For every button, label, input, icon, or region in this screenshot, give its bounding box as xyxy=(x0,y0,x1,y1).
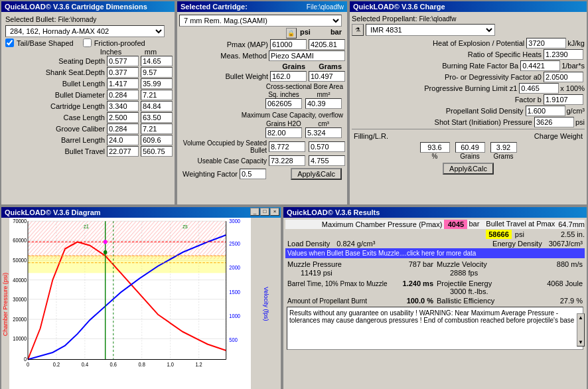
cartridge-field-inches-8[interactable] xyxy=(107,146,139,157)
pmax-bar-input[interactable] xyxy=(309,39,345,50)
cartridge-field-mm-2[interactable] xyxy=(141,78,173,89)
results-panel: QuickLOAD© V.3.6 Results Maximum Chamber… xyxy=(282,206,588,389)
cartridge-field-inches-6[interactable] xyxy=(107,123,139,134)
scrollbar-down[interactable]: ▼ xyxy=(578,339,583,345)
vol-occupied-label: Volume Occupied by Seated Bullet xyxy=(179,139,269,154)
bullet-file-label: File:\hornady xyxy=(58,16,96,23)
charge-grains-unit: Grains xyxy=(460,153,479,160)
proj-energy-val: 4068 Joule xyxy=(547,279,583,287)
close-button[interactable]: × xyxy=(270,208,279,216)
vol-val2[interactable] xyxy=(309,141,345,152)
cartridge-field-mm-3[interactable] xyxy=(141,90,173,100)
meas-method-label: Meas. Method xyxy=(179,52,269,60)
cartridge-field-inches-4[interactable] xyxy=(107,101,139,112)
cartridge-field-inches-2[interactable] xyxy=(107,78,139,89)
filling-lr-label: Filling/L.R. xyxy=(354,132,388,140)
svg-rect-16 xyxy=(28,221,226,259)
charge-field-input-2[interactable] xyxy=(520,60,560,71)
svg-text:50000: 50000 xyxy=(13,257,27,263)
cartridge-field-row: Seating Depth xyxy=(3,56,173,66)
diagram-panel: QuickLOAD© V.3.6 Diagram _ □ × Chamber P… xyxy=(0,206,282,389)
bullet-weight-grains[interactable] xyxy=(270,71,307,82)
svg-text:1500: 1500 xyxy=(229,289,240,295)
cartridge-field-mm-4[interactable] xyxy=(141,101,173,112)
cartridge-field-inches-5[interactable] xyxy=(107,112,139,123)
charge-grams-input[interactable] xyxy=(490,142,517,153)
cartridge-field-inches-3[interactable] xyxy=(107,90,139,100)
charge-field-input-0[interactable] xyxy=(526,38,566,48)
muzzle-pressure-psi: 11419 psi xyxy=(301,269,332,277)
proj-energy-label: Projectile Energy xyxy=(437,279,492,287)
cartridge-field-mm-8[interactable] xyxy=(141,146,173,157)
svg-rect-18 xyxy=(28,256,226,273)
friction-checkbox[interactable] xyxy=(83,39,92,47)
lock-icon[interactable]: 🔒 xyxy=(286,28,297,39)
svg-text:1.2: 1.2 xyxy=(195,362,202,368)
charge-field-label-1: Ratio of Specific Heats xyxy=(352,50,544,58)
useable-val2[interactable] xyxy=(309,155,345,166)
charge-field-input-7[interactable] xyxy=(534,117,574,127)
bullet-weight-grams[interactable] xyxy=(309,71,345,82)
filling-val-input[interactable] xyxy=(420,142,450,153)
bullet-dropdown[interactable]: 284, 162, Hornady A-MAX 402 xyxy=(5,25,165,37)
charge-field-input-4[interactable] xyxy=(519,83,559,94)
propellant-icon: ⚗ xyxy=(352,24,364,36)
charge-field-row: Pro- or Degressivity Factor a0 xyxy=(352,72,585,82)
cartridge-field-label: Case Length xyxy=(3,114,107,121)
charge-field-input-5[interactable] xyxy=(544,94,583,105)
tailbase-checkbox[interactable] xyxy=(5,39,14,47)
pmax-psi-input[interactable] xyxy=(270,39,307,50)
svg-text:20000: 20000 xyxy=(13,317,27,323)
propellant-dropdown[interactable]: IMR 4831 xyxy=(366,24,495,36)
bullet-travel-label: Bullet Travel at Pmax xyxy=(486,220,555,229)
charge-field-input-1[interactable] xyxy=(544,49,583,60)
cartridge-mid-title: Selected Cartridge: xyxy=(181,3,248,11)
ballistic-eff-label: Ballistic Efficiency xyxy=(437,297,494,305)
max-chamber-label: Maximum Chamber Pressure (Pmax) xyxy=(285,220,444,228)
cartridge-dropdown[interactable]: 7 mm Rem. Mag.(SAAMI) xyxy=(179,15,342,27)
values-muzzle-link[interactable]: Values when Bullet Base Exits Muzzle....… xyxy=(285,248,585,258)
cartridge-field-inches-0[interactable] xyxy=(107,56,139,66)
cartridge-field-mm-1[interactable] xyxy=(141,67,173,78)
diagram-panel-title: QuickLOAD© V.3.6 Diagram xyxy=(5,208,101,216)
cartridge-field-mm-5[interactable] xyxy=(141,112,173,123)
vol-val1[interactable] xyxy=(269,141,305,152)
meas-method-input[interactable] xyxy=(269,50,345,61)
weighting-input[interactable] xyxy=(240,169,266,179)
max-case-cm3[interactable] xyxy=(305,127,342,138)
grains-header: Grains xyxy=(282,62,305,70)
max-case-grains[interactable] xyxy=(265,127,302,138)
cartridge-field-row: Cartridge Length xyxy=(3,101,173,112)
cartridge-field-row: Barrel Length xyxy=(3,135,173,145)
charge-field-row: Propellant Solid Density g/cm³ xyxy=(352,106,585,116)
minimize-button[interactable]: _ xyxy=(250,208,259,216)
chart-svg: 70000 60000 50000 40000 30000 20000 1000… xyxy=(9,218,251,389)
cartridge-field-mm-0[interactable] xyxy=(141,56,173,66)
charge-grains-input[interactable] xyxy=(455,142,485,153)
selected-propellant-label: Selected Propellant: xyxy=(352,15,417,23)
svg-text:2000: 2000 xyxy=(229,265,240,271)
propellant-burnt-label: Amount of Propellant Burnt xyxy=(287,297,367,305)
cartridge-apply-calc-button[interactable]: Apply&Calc xyxy=(291,168,342,180)
useable-val1[interactable] xyxy=(269,155,305,166)
friction-label: Friction-proofed xyxy=(94,39,145,47)
cartridge-field-inches-7[interactable] xyxy=(107,135,139,145)
cross-section-sq-in[interactable] xyxy=(265,98,302,109)
y-axis-label: Chamber Pressure (psi) xyxy=(1,218,9,389)
cartridge-field-mm-6[interactable] xyxy=(141,123,173,134)
cartridge-field-mm-7[interactable] xyxy=(141,135,173,145)
charge-apply-calc-button[interactable]: Apply&Calc xyxy=(443,163,494,175)
charge-field-unit-7: psi xyxy=(575,118,585,126)
max-chamber-psi-unit: psi xyxy=(515,230,524,238)
charge-field-input-3[interactable] xyxy=(544,72,583,82)
grains-h2o-label: Grains H2O xyxy=(266,120,301,127)
cross-section-mm2[interactable] xyxy=(305,98,342,109)
cartridge-field-label: Bullet Length xyxy=(3,80,107,88)
cartridge-field-inches-1[interactable] xyxy=(107,67,139,78)
cartridge-panel-title: QuickLOAD© V.3.6 Cartridge Dimensions xyxy=(1,1,175,12)
scrollbar-up[interactable]: ▲ xyxy=(578,315,583,321)
svg-point-49 xyxy=(104,250,108,254)
charge-field-input-6[interactable] xyxy=(526,106,565,116)
maximize-button[interactable]: □ xyxy=(260,208,269,216)
muzzle-velocity-fps: 2888 fps xyxy=(450,269,478,277)
